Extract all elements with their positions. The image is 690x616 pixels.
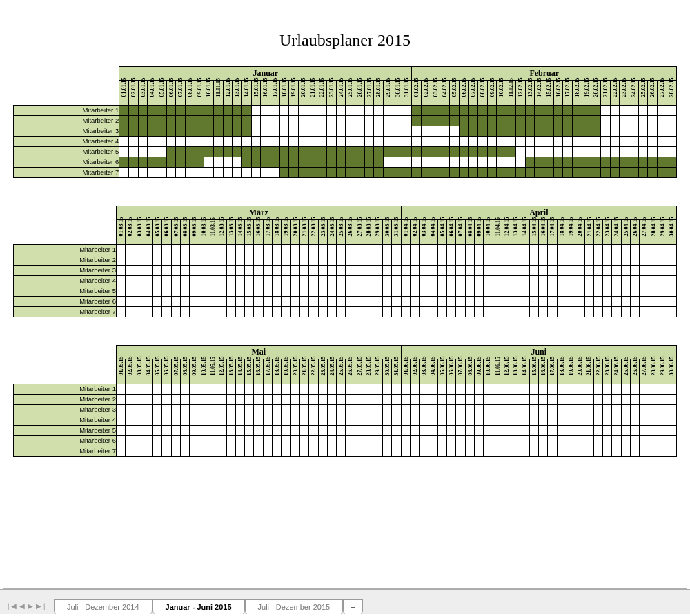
day-cell[interactable]: [591, 126, 601, 137]
day-cell[interactable]: [290, 436, 299, 446]
day-cell[interactable]: [478, 157, 488, 168]
day-cell[interactable]: [355, 307, 364, 317]
day-cell[interactable]: [263, 446, 272, 457]
day-cell[interactable]: [245, 266, 254, 276]
day-cell[interactable]: [263, 245, 272, 255]
day-cell[interactable]: [226, 426, 235, 436]
day-cell[interactable]: [575, 415, 584, 426]
day-cell[interactable]: [658, 436, 667, 446]
day-cell[interactable]: [629, 106, 638, 116]
day-cell[interactable]: [384, 126, 393, 137]
day-cell[interactable]: [535, 106, 544, 116]
day-cell[interactable]: [318, 384, 327, 395]
day-cell[interactable]: [593, 286, 602, 297]
day-cell[interactable]: [603, 384, 612, 395]
day-cell[interactable]: [254, 266, 263, 276]
day-cell[interactable]: [364, 405, 373, 415]
day-cell[interactable]: [428, 436, 437, 446]
day-cell[interactable]: [667, 276, 677, 286]
day-cell[interactable]: [346, 168, 355, 178]
day-cell[interactable]: [290, 307, 299, 317]
day-cell[interactable]: [484, 426, 493, 436]
day-cell[interactable]: [544, 116, 553, 126]
day-cell[interactable]: [185, 147, 195, 157]
day-cell[interactable]: [273, 307, 282, 317]
day-cell[interactable]: [116, 405, 125, 415]
day-cell[interactable]: [515, 168, 525, 178]
day-cell[interactable]: [422, 106, 431, 116]
day-cell[interactable]: [171, 384, 180, 395]
day-cell[interactable]: [493, 266, 502, 276]
day-cell[interactable]: [176, 126, 186, 137]
day-cell[interactable]: [382, 307, 391, 317]
day-cell[interactable]: [401, 395, 410, 405]
day-cell[interactable]: [593, 245, 602, 255]
day-cell[interactable]: [327, 405, 336, 415]
day-cell[interactable]: [391, 384, 401, 395]
day-cell[interactable]: [190, 415, 199, 426]
day-cell[interactable]: [456, 286, 465, 297]
day-cell[interactable]: [469, 157, 478, 168]
day-cell[interactable]: [529, 384, 538, 395]
day-cell[interactable]: [456, 266, 465, 276]
sheet-tab[interactable]: Januar - Juni 2015: [152, 599, 245, 614]
day-cell[interactable]: [282, 245, 290, 255]
day-cell[interactable]: [557, 415, 566, 426]
day-cell[interactable]: [603, 245, 612, 255]
day-cell[interactable]: [497, 168, 506, 178]
day-cell[interactable]: [410, 245, 419, 255]
day-cell[interactable]: [153, 436, 162, 446]
day-cell[interactable]: [337, 436, 346, 446]
day-cell[interactable]: [176, 157, 186, 168]
day-cell[interactable]: [667, 126, 676, 137]
day-cell[interactable]: [181, 245, 190, 255]
day-cell[interactable]: [355, 106, 364, 116]
day-cell[interactable]: [593, 426, 602, 436]
day-cell[interactable]: [469, 137, 478, 147]
day-cell[interactable]: [456, 297, 465, 307]
day-cell[interactable]: [566, 426, 575, 436]
day-cell[interactable]: [116, 297, 125, 307]
day-cell[interactable]: [630, 436, 639, 446]
day-cell[interactable]: [667, 297, 677, 307]
day-cell[interactable]: [135, 307, 144, 317]
day-cell[interactable]: [401, 266, 410, 276]
day-cell[interactable]: [251, 157, 261, 168]
day-cell[interactable]: [502, 266, 511, 276]
day-cell[interactable]: [640, 276, 649, 286]
day-cell[interactable]: [217, 436, 226, 446]
day-cell[interactable]: [245, 405, 254, 415]
day-cell[interactable]: [116, 395, 125, 405]
day-cell[interactable]: [199, 286, 208, 297]
day-cell[interactable]: [208, 245, 217, 255]
day-cell[interactable]: [420, 286, 428, 297]
day-cell[interactable]: [431, 126, 440, 137]
day-cell[interactable]: [391, 426, 401, 436]
day-cell[interactable]: [374, 157, 384, 168]
day-cell[interactable]: [162, 384, 171, 395]
day-cell[interactable]: [649, 405, 658, 415]
day-cell[interactable]: [393, 116, 402, 126]
day-cell[interactable]: [116, 446, 125, 457]
day-cell[interactable]: [465, 307, 474, 317]
day-cell[interactable]: [631, 286, 640, 297]
day-cell[interactable]: [135, 276, 144, 286]
day-cell[interactable]: [299, 245, 308, 255]
day-cell[interactable]: [393, 126, 402, 137]
day-cell[interactable]: [299, 446, 308, 457]
day-cell[interactable]: [667, 436, 677, 446]
day-cell[interactable]: [235, 436, 244, 446]
day-cell[interactable]: [116, 426, 125, 436]
day-cell[interactable]: [144, 426, 152, 436]
day-cell[interactable]: [431, 137, 440, 147]
day-cell[interactable]: [621, 446, 630, 457]
day-cell[interactable]: [317, 168, 327, 178]
day-cell[interactable]: [428, 286, 437, 297]
day-cell[interactable]: [190, 384, 199, 395]
day-cell[interactable]: [317, 106, 327, 116]
day-cell[interactable]: [318, 395, 327, 405]
day-cell[interactable]: [553, 147, 563, 157]
day-cell[interactable]: [520, 446, 529, 457]
day-cell[interactable]: [539, 276, 548, 286]
day-cell[interactable]: [506, 126, 516, 137]
